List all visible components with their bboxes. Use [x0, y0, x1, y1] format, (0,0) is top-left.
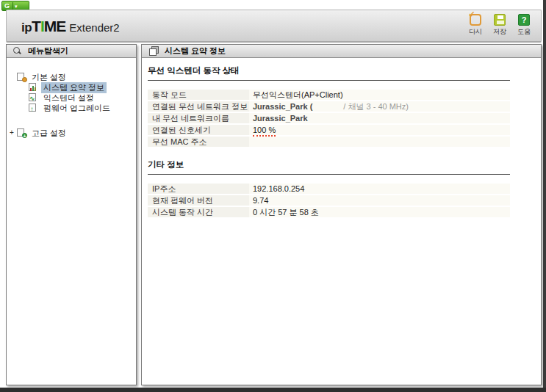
- search-icon: [12, 46, 22, 56]
- row-value: 192.168.0.254: [249, 184, 510, 195]
- row-label: 연결된 무선 네트워크 정보: [148, 101, 249, 112]
- table-row: 현재 펌웨어 버전 9.74: [148, 195, 510, 206]
- row-value: Jurassic_Park: [249, 113, 510, 124]
- row-label: 동작 모드: [148, 90, 249, 101]
- my-ssid: Jurassic_Park: [253, 114, 308, 123]
- row-label: 시스템 동작 시간: [148, 207, 249, 218]
- section-title-other-info: 기타 정보: [148, 159, 510, 175]
- help-label: 도움: [517, 27, 531, 37]
- row-label: 내 무선 네트워크이름: [148, 113, 249, 124]
- table-row: 연결된 신호세기 100 %: [148, 124, 510, 136]
- divider: [12, 2, 13, 10]
- row-value: Jurassic_Park (/ 채널 3 - 40 MHz): [249, 101, 510, 112]
- extender-icon: ∿: [29, 93, 38, 102]
- folder-gear-icon: [17, 73, 26, 81]
- sidebar-item-basic-settings[interactable]: 기본 설정: [17, 72, 68, 82]
- tree-expander[interactable]: +: [10, 128, 14, 137]
- row-label: 현재 펌웨어 버전: [148, 195, 249, 206]
- logo-ip: ip: [21, 21, 32, 35]
- main-content: 무선 익스텐더 동작 상태 동작 모드 무선익스텐더(AP+Client) 연결…: [148, 65, 510, 230]
- row-label: 연결된 신호세기: [148, 125, 249, 136]
- page: G ▾ ip T I ME Extender2 다시 저장 ? 도움: [0, 0, 546, 392]
- row-value: 무선익스텐더(AP+Client): [249, 90, 510, 101]
- section-title-wireless-status: 무선 익스텐더 동작 상태: [148, 65, 510, 81]
- product-name: Extender2: [69, 21, 119, 34]
- sidebar-item-firmware-upgrade[interactable]: ↑ 펌웨어 업그레이드: [29, 103, 112, 113]
- table-row: 시스템 동작 시간 0 시간 57 분 58 초: [148, 206, 510, 218]
- sidebar-item-extender-settings[interactable]: ∿ 익스텐더 설정: [29, 92, 96, 103]
- row-value: [249, 137, 510, 148]
- other-info-table: IP주소 192.168.0.254 현재 펌웨어 버전 9.74 시스템 동작…: [148, 183, 510, 218]
- logo-me: ME: [44, 18, 66, 35]
- iptime-logo: ip T I ME Extender2: [21, 18, 120, 35]
- help-icon: ?: [518, 14, 530, 26]
- sidebar-item-label: 고급 설정: [29, 128, 68, 139]
- row-label: 무선 MAC 주소: [148, 137, 249, 148]
- sidebar-header: 메뉴탐색기: [7, 45, 136, 58]
- sidebar-panel: 메뉴탐색기 기본 설정 시스템 요약 정보 ∿ 익스텐더 설정: [6, 44, 137, 385]
- chevron-down-icon[interactable]: ▾: [15, 4, 18, 9]
- row-label: IP주소: [148, 184, 249, 195]
- folder-plus-icon: +: [17, 128, 26, 137]
- sidebar-item-label: 기본 설정: [29, 72, 68, 83]
- connected-ssid: Jurassic_Park (: [253, 102, 312, 111]
- sidebar-item-label: 시스템 요약 정보: [41, 82, 107, 93]
- table-row: 내 무선 네트워크이름 Jurassic_Park: [148, 112, 510, 124]
- refresh-label: 다시: [469, 27, 482, 37]
- table-row: 연결된 무선 네트워크 정보 Jurassic_Park (/ 채널 3 - 4…: [148, 101, 510, 112]
- table-row: 무선 MAC 주소: [148, 136, 510, 148]
- save-label: 저장: [493, 27, 506, 37]
- help-button[interactable]: ? 도움: [514, 14, 534, 37]
- row-value: 9.74: [249, 195, 510, 206]
- header-toolbar: 다시 저장 ? 도움: [466, 14, 534, 37]
- refresh-button[interactable]: 다시: [466, 14, 485, 37]
- pages-icon: [149, 46, 159, 56]
- sidebar-item-advanced-settings[interactable]: + 고급 설정: [17, 128, 68, 138]
- sidebar-item-label: 익스텐더 설정: [41, 92, 96, 104]
- main-panel: 시스템 요약 정보 무선 익스텐더 동작 상태 동작 모드 무선익스텐더(AP+…: [141, 44, 542, 385]
- sidebar-item-system-summary[interactable]: 시스템 요약 정보: [29, 82, 107, 92]
- menu-tree: 기본 설정 시스템 요약 정보 ∿ 익스텐더 설정 ↑ 펌웨어 업그레이드: [7, 58, 136, 385]
- sidebar-item-label: 펌웨어 업그레이드: [41, 103, 112, 114]
- save-button[interactable]: 저장: [490, 14, 509, 37]
- header: ip T I ME Extender2 다시 저장 ? 도움: [6, 10, 542, 43]
- channel-info: / 채널 3 - 40 MHz): [343, 102, 409, 111]
- row-value: 0 시간 57 분 58 초: [249, 207, 510, 218]
- page-title: 시스템 요약 정보: [165, 46, 226, 57]
- chart-icon: [29, 83, 38, 92]
- sidebar-title: 메뉴탐색기: [28, 46, 68, 57]
- save-icon: [494, 14, 506, 26]
- table-row: IP주소 192.168.0.254: [148, 183, 510, 195]
- table-row: 동작 모드 무선익스텐더(AP+Client): [148, 89, 510, 101]
- main-header: 시스템 요약 정보: [142, 45, 541, 58]
- window-edge-bottom: [0, 388, 546, 392]
- logo-t: T: [32, 18, 40, 35]
- window-edge-right: [543, 0, 546, 392]
- firmware-up-icon: ↑: [29, 104, 38, 112]
- refresh-icon: [470, 14, 481, 26]
- wireless-status-table: 동작 모드 무선익스텐더(AP+Client) 연결된 무선 네트워크 정보 J…: [148, 89, 510, 148]
- extension-button-label: G: [2, 2, 10, 10]
- row-value: 100 %: [249, 125, 510, 136]
- signal-strength: 100 %: [253, 126, 276, 137]
